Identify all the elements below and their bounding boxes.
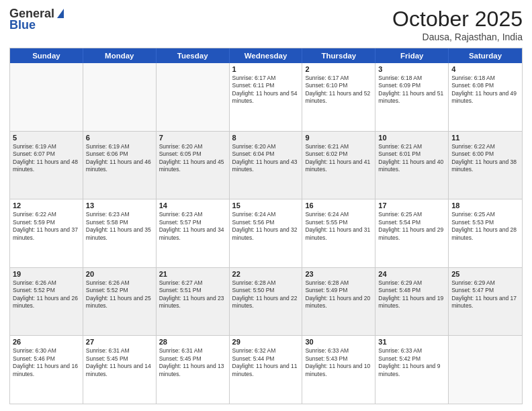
cell-info: Sunrise: 6:22 AM Sunset: 6:00 PM Dayligh… <box>451 143 519 174</box>
calendar-row-2: 12Sunrise: 6:22 AM Sunset: 5:59 PM Dayli… <box>10 199 522 267</box>
day-number: 26 <box>13 338 80 346</box>
page: General Blue October 2025 Dausa, Rajasth… <box>0 0 532 411</box>
cell-info: Sunrise: 6:22 AM Sunset: 5:59 PM Dayligh… <box>13 211 80 242</box>
day-cell-3: 3Sunrise: 6:18 AM Sunset: 6:09 PM Daylig… <box>375 63 449 131</box>
day-number: 17 <box>378 201 445 210</box>
day-number: 25 <box>451 270 519 278</box>
day-number: 24 <box>378 270 445 278</box>
cell-info: Sunrise: 6:23 AM Sunset: 5:57 PM Dayligh… <box>159 211 226 242</box>
day-number: 7 <box>159 134 226 142</box>
cell-info: Sunrise: 6:17 AM Sunset: 6:10 PM Dayligh… <box>305 75 372 105</box>
cell-info: Sunrise: 6:31 AM Sunset: 5:45 PM Dayligh… <box>159 347 226 378</box>
calendar-header: SundayMondayTuesdayWednesdayThursdayFrid… <box>10 48 522 63</box>
cell-info: Sunrise: 6:33 AM Sunset: 5:43 PM Dayligh… <box>305 347 372 378</box>
cell-info: Sunrise: 6:29 AM Sunset: 5:48 PM Dayligh… <box>378 279 445 310</box>
day-number: 12 <box>13 201 80 210</box>
calendar-row-4: 26Sunrise: 6:30 AM Sunset: 5:46 PM Dayli… <box>10 335 522 404</box>
day-cell-30: 30Sunrise: 6:33 AM Sunset: 5:43 PM Dayli… <box>302 336 375 404</box>
calendar-row-3: 19Sunrise: 6:26 AM Sunset: 5:52 PM Dayli… <box>10 267 522 336</box>
cell-info: Sunrise: 6:23 AM Sunset: 5:58 PM Dayligh… <box>86 211 153 242</box>
day-number: 21 <box>159 270 226 278</box>
day-number: 6 <box>86 134 153 142</box>
day-of-week-monday: Monday <box>83 48 157 63</box>
day-cell-11: 11Sunrise: 6:22 AM Sunset: 6:00 PM Dayli… <box>449 132 522 199</box>
cell-info: Sunrise: 6:18 AM Sunset: 6:09 PM Dayligh… <box>378 75 445 105</box>
cell-info: Sunrise: 6:24 AM Sunset: 5:55 PM Dayligh… <box>305 211 372 242</box>
day-cell-1: 1Sunrise: 6:17 AM Sunset: 6:11 PM Daylig… <box>230 63 303 131</box>
day-number: 29 <box>232 338 300 346</box>
day-cell-9: 9Sunrise: 6:21 AM Sunset: 6:02 PM Daylig… <box>302 132 375 199</box>
day-number: 20 <box>86 270 153 278</box>
cell-info: Sunrise: 6:30 AM Sunset: 5:46 PM Dayligh… <box>13 347 80 378</box>
cell-info: Sunrise: 6:21 AM Sunset: 6:01 PM Dayligh… <box>378 143 445 174</box>
day-number: 22 <box>232 270 300 278</box>
title-area: October 2025 Dausa, Rajasthan, India <box>392 7 523 42</box>
cell-info: Sunrise: 6:20 AM Sunset: 6:04 PM Dayligh… <box>232 143 300 174</box>
day-of-week-wednesday: Wednesday <box>230 48 303 63</box>
day-cell-10: 10Sunrise: 6:21 AM Sunset: 6:01 PM Dayli… <box>375 132 449 199</box>
day-number: 8 <box>232 134 300 142</box>
day-cell-23: 23Sunrise: 6:28 AM Sunset: 5:49 PM Dayli… <box>302 268 375 336</box>
day-cell-2: 2Sunrise: 6:17 AM Sunset: 6:10 PM Daylig… <box>302 63 375 131</box>
logo-blue: Blue <box>9 18 36 32</box>
cell-info: Sunrise: 6:28 AM Sunset: 5:49 PM Dayligh… <box>305 279 372 310</box>
cell-info: Sunrise: 6:26 AM Sunset: 5:52 PM Dayligh… <box>86 279 153 310</box>
day-number: 4 <box>451 65 519 73</box>
day-number: 30 <box>305 338 372 346</box>
day-of-week-saturday: Saturday <box>449 48 522 63</box>
day-number: 13 <box>86 201 153 210</box>
day-number: 11 <box>451 134 519 142</box>
day-number: 9 <box>305 134 372 142</box>
day-number: 18 <box>451 201 519 210</box>
cell-info: Sunrise: 6:21 AM Sunset: 6:02 PM Dayligh… <box>305 143 372 174</box>
day-cell-4: 4Sunrise: 6:18 AM Sunset: 6:08 PM Daylig… <box>449 63 522 131</box>
cell-info: Sunrise: 6:28 AM Sunset: 5:50 PM Dayligh… <box>232 279 300 310</box>
day-cell-12: 12Sunrise: 6:22 AM Sunset: 5:59 PM Dayli… <box>10 199 83 267</box>
day-cell-19: 19Sunrise: 6:26 AM Sunset: 5:52 PM Dayli… <box>10 268 83 336</box>
day-cell-22: 22Sunrise: 6:28 AM Sunset: 5:50 PM Dayli… <box>230 268 303 336</box>
day-cell-7: 7Sunrise: 6:20 AM Sunset: 6:05 PM Daylig… <box>157 132 230 199</box>
day-number: 16 <box>305 201 372 210</box>
day-cell-16: 16Sunrise: 6:24 AM Sunset: 5:55 PM Dayli… <box>302 199 375 267</box>
day-cell-15: 15Sunrise: 6:24 AM Sunset: 5:56 PM Dayli… <box>230 199 303 267</box>
logo-triangle-icon <box>57 9 64 18</box>
day-cell-13: 13Sunrise: 6:23 AM Sunset: 5:58 PM Dayli… <box>83 199 157 267</box>
day-cell-31: 31Sunrise: 6:33 AM Sunset: 5:42 PM Dayli… <box>375 336 449 404</box>
day-cell-17: 17Sunrise: 6:25 AM Sunset: 5:54 PM Dayli… <box>375 199 449 267</box>
cell-info: Sunrise: 6:25 AM Sunset: 5:54 PM Dayligh… <box>378 211 445 242</box>
cell-info: Sunrise: 6:32 AM Sunset: 5:44 PM Dayligh… <box>232 347 300 378</box>
day-number: 14 <box>159 201 226 210</box>
day-cell-6: 6Sunrise: 6:19 AM Sunset: 6:06 PM Daylig… <box>83 132 157 199</box>
header: General Blue October 2025 Dausa, Rajasth… <box>9 7 523 42</box>
cell-info: Sunrise: 6:18 AM Sunset: 6:08 PM Dayligh… <box>451 75 519 105</box>
day-cell-5: 5Sunrise: 6:19 AM Sunset: 6:07 PM Daylig… <box>10 132 83 199</box>
logo-area: General Blue <box>9 7 64 32</box>
empty-cell <box>10 63 83 131</box>
day-of-week-sunday: Sunday <box>10 48 83 63</box>
day-of-week-friday: Friday <box>375 48 449 63</box>
cell-info: Sunrise: 6:20 AM Sunset: 6:05 PM Dayligh… <box>159 143 226 174</box>
day-of-week-thursday: Thursday <box>302 48 375 63</box>
day-cell-26: 26Sunrise: 6:30 AM Sunset: 5:46 PM Dayli… <box>10 336 83 404</box>
day-cell-21: 21Sunrise: 6:27 AM Sunset: 5:51 PM Dayli… <box>157 268 230 336</box>
day-cell-8: 8Sunrise: 6:20 AM Sunset: 6:04 PM Daylig… <box>230 132 303 199</box>
cell-info: Sunrise: 6:24 AM Sunset: 5:56 PM Dayligh… <box>232 211 300 242</box>
cell-info: Sunrise: 6:19 AM Sunset: 6:06 PM Dayligh… <box>86 143 153 174</box>
day-number: 10 <box>378 134 445 142</box>
empty-cell <box>157 63 230 131</box>
calendar-row-1: 5Sunrise: 6:19 AM Sunset: 6:07 PM Daylig… <box>10 131 522 199</box>
cell-info: Sunrise: 6:17 AM Sunset: 6:11 PM Dayligh… <box>232 75 300 105</box>
day-number: 3 <box>378 65 445 73</box>
cell-info: Sunrise: 6:25 AM Sunset: 5:53 PM Dayligh… <box>451 211 519 242</box>
day-cell-28: 28Sunrise: 6:31 AM Sunset: 5:45 PM Dayli… <box>157 336 230 404</box>
day-number: 23 <box>305 270 372 278</box>
location-subtitle: Dausa, Rajasthan, India <box>392 32 523 42</box>
day-cell-25: 25Sunrise: 6:29 AM Sunset: 5:47 PM Dayli… <box>449 268 522 336</box>
day-cell-29: 29Sunrise: 6:32 AM Sunset: 5:44 PM Dayli… <box>230 336 303 404</box>
day-number: 28 <box>159 338 226 346</box>
calendar: SundayMondayTuesdayWednesdayThursdayFrid… <box>9 48 523 404</box>
day-number: 5 <box>13 134 80 142</box>
month-title: October 2025 <box>392 7 523 32</box>
calendar-body: 1Sunrise: 6:17 AM Sunset: 6:11 PM Daylig… <box>10 63 522 404</box>
day-number: 2 <box>305 65 372 73</box>
